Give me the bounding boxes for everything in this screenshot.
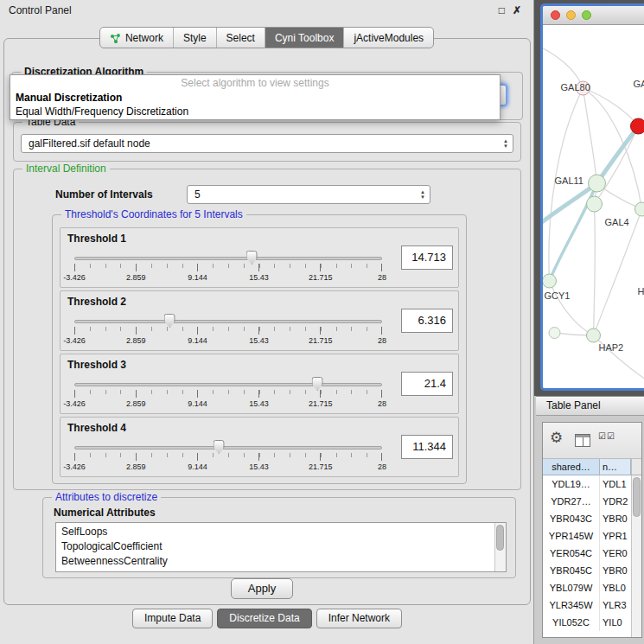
node-table: ⚙ ☑☑ shared… n… YDL19…YDL1YDR27…YDR2YBR0…: [542, 422, 642, 638]
tab-discretize-data[interactable]: Discretize Data: [217, 609, 311, 628]
interval-definition-group: Interval Definition Number of Intervals …: [13, 169, 521, 490]
table-cell[interactable]: YBR0: [600, 510, 631, 527]
network-graph[interactable]: GAL80 GA GAL11 GAL4 GCY1 H HAP2: [543, 25, 644, 388]
table-cell[interactable]: YBR0: [600, 562, 631, 579]
attribute-item[interactable]: TopologicalCoefficient: [56, 539, 506, 554]
table-cell[interactable]: YER054C: [543, 545, 600, 562]
scrollbar-thumb[interactable]: [633, 477, 641, 517]
axis-tick-label: 28: [378, 462, 386, 471]
tab-cyni-toolbox[interactable]: Cyni Toolbox: [265, 28, 344, 48]
attribute-item[interactable]: BetweennessCentrality: [56, 554, 506, 569]
control-panel-titlebar: Control Panel □ ✗: [0, 0, 533, 21]
table-row[interactable]: YBR043CYBR0: [543, 510, 631, 527]
slider-track[interactable]: [74, 320, 382, 323]
slider-thumb[interactable]: [164, 314, 175, 328]
node-label-partial: GA: [634, 79, 644, 89]
list-scrollbar[interactable]: [494, 523, 506, 571]
slider-track[interactable]: [74, 257, 382, 260]
threshold-slider[interactable]: -3.4262.8599.14415.4321.71528: [74, 375, 382, 413]
table-cell[interactable]: YBL079W: [543, 579, 600, 596]
algorithm-placeholder-option[interactable]: Select algorithm to view settings: [10, 77, 500, 91]
table-cell[interactable]: YDL19…: [543, 475, 600, 493]
threshold-panel: Threshold 3 -3.4262.8599.14415.4321.7152…: [60, 354, 459, 414]
table-cell[interactable]: YBL0: [600, 579, 631, 596]
tab-infer-network[interactable]: Infer Network: [316, 609, 402, 628]
threshold-slider[interactable]: -3.4262.8599.14415.4321.71528: [74, 438, 382, 476]
network-node-gcy1[interactable]: [543, 274, 557, 288]
close-icon[interactable]: ✗: [513, 4, 521, 16]
apply-button[interactable]: Apply: [231, 578, 293, 599]
network-canvas[interactable]: GAL80 GA GAL11 GAL4 GCY1 H HAP2: [543, 25, 644, 388]
table-cell[interactable]: YLR345W: [543, 596, 600, 614]
threshold-slider[interactable]: -3.4262.8599.14415.4321.71528: [74, 249, 382, 287]
tab-impute-data[interactable]: Impute Data: [132, 609, 213, 628]
table-row[interactable]: YPR145WYPR1: [543, 527, 631, 545]
algorithm-option[interactable]: Manual Discretization: [10, 91, 500, 105]
select-columns-icon[interactable]: ☑☑: [598, 432, 615, 441]
table-cell[interactable]: YDR27…: [543, 493, 600, 510]
threshold-value-box[interactable]: 11.344: [401, 435, 453, 459]
axis-tick-label: 21.715: [309, 273, 333, 282]
tab-style[interactable]: Style: [174, 28, 217, 48]
table-scrollbar[interactable]: [631, 475, 641, 637]
slider-thumb[interactable]: [246, 251, 258, 265]
numerical-attributes-list[interactable]: SelfLoopsTopologicalCoefficientBetweenne…: [55, 522, 507, 572]
network-node-gal11[interactable]: [589, 175, 606, 192]
table-row[interactable]: YBL079WYBL0: [543, 579, 631, 596]
group-title-interval-definition: Interval Definition: [22, 163, 110, 175]
zoom-traffic-light-icon[interactable]: [582, 10, 591, 20]
threshold-slider[interactable]: -3.4262.8599.14415.4321.71528: [74, 312, 382, 350]
gear-icon[interactable]: ⚙: [550, 430, 563, 447]
table-cell[interactable]: YDR2: [600, 493, 631, 510]
table-data-combobox[interactable]: galFiltered.sif default node ▲▼: [21, 134, 513, 153]
table-cell[interactable]: YIL052C: [543, 614, 600, 631]
network-node-gal4[interactable]: [587, 196, 603, 212]
table-cell[interactable]: YPR1: [600, 527, 631, 545]
tab-jactivemodules[interactable]: jActiveModules: [344, 28, 433, 48]
threshold-value-box[interactable]: 21.4: [401, 372, 453, 396]
minimize-traffic-light-icon[interactable]: [566, 10, 576, 20]
table-cell[interactable]: YBR043C: [543, 510, 600, 527]
table-cell[interactable]: YIL0: [600, 614, 631, 631]
group-title-attributes: Attributes to discretize: [52, 491, 161, 503]
table-row[interactable]: YDL19…YDL1: [543, 475, 631, 493]
slider-thumb[interactable]: [312, 377, 323, 391]
tab-network[interactable]: Network: [100, 28, 174, 48]
node-label: GAL80: [561, 82, 590, 92]
network-node-hap2[interactable]: [587, 328, 601, 342]
table-cell[interactable]: YDL1: [600, 475, 631, 493]
number-of-intervals-combobox[interactable]: 5 ▲▼: [187, 185, 430, 204]
table-row[interactable]: YLR345WYLR3: [543, 596, 631, 614]
table-cell[interactable]: YER0: [600, 545, 631, 562]
tab-select[interactable]: Select: [217, 28, 265, 48]
scrollbar-thumb[interactable]: [496, 525, 504, 551]
column-header[interactable]: n…: [600, 459, 631, 475]
slider-track[interactable]: [74, 446, 382, 450]
threshold-value-box[interactable]: 14.713: [401, 245, 453, 270]
algorithm-option[interactable]: Equal Width/Frequency Discretization: [10, 105, 500, 118]
slider-thumb[interactable]: [214, 440, 225, 454]
axis-tick-label: 9.144: [188, 462, 207, 471]
column-header[interactable]: shared…: [543, 459, 600, 475]
node-label: HAP2: [599, 342, 624, 353]
table-row[interactable]: YIL052CYIL0: [543, 614, 631, 631]
tab-label: Select: [226, 32, 255, 44]
table-row[interactable]: YBR045CYBR0: [543, 562, 631, 579]
network-window-titlebar[interactable]: [543, 6, 644, 25]
axis-tick-label: 2.859: [126, 273, 146, 282]
table-cell[interactable]: YBR045C: [543, 562, 600, 579]
columns-icon[interactable]: [575, 434, 590, 447]
table-panel-header[interactable]: Table Panel: [536, 396, 644, 416]
attribute-item[interactable]: SelfLoops: [56, 525, 506, 539]
network-node[interactable]: [635, 202, 644, 216]
table-cell[interactable]: YLR3: [600, 596, 631, 614]
table-row[interactable]: YER054CYER0: [543, 545, 631, 562]
threshold-value-box[interactable]: 6.316: [401, 309, 453, 333]
network-node[interactable]: [549, 328, 560, 339]
close-traffic-light-icon[interactable]: [551, 10, 560, 20]
network-node-selected[interactable]: [631, 118, 644, 134]
float-window-icon[interactable]: □: [499, 4, 505, 16]
table-row[interactable]: YDR27…YDR2: [543, 493, 631, 510]
table-cell[interactable]: YPR145W: [543, 527, 600, 545]
slider-track[interactable]: [74, 383, 382, 386]
